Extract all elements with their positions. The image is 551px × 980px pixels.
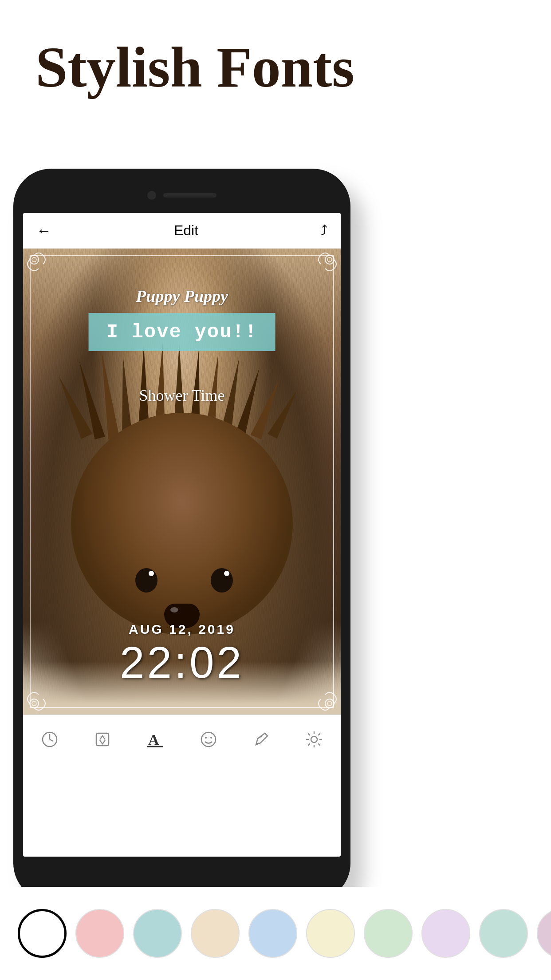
share-button[interactable]: ⤴ bbox=[321, 223, 327, 238]
puppy-puppy-text: Puppy Puppy bbox=[136, 286, 228, 306]
color-swatch-peach[interactable] bbox=[191, 909, 240, 958]
color-swatch-light-teal[interactable] bbox=[479, 909, 528, 958]
dog-eye-left bbox=[135, 568, 157, 593]
svg-point-3 bbox=[327, 257, 332, 262]
dog-eye-right bbox=[211, 568, 233, 593]
phone-body: ← Edit ⤴ bbox=[13, 169, 350, 901]
title-area: Stylish Fonts bbox=[0, 0, 551, 126]
page-title: Stylish Fonts bbox=[35, 36, 516, 99]
color-swatch-light-green[interactable] bbox=[364, 909, 413, 958]
clock-icon-btn[interactable] bbox=[32, 722, 67, 757]
time-text: 22:02 bbox=[120, 637, 244, 688]
screen-title: Edit bbox=[174, 222, 198, 239]
color-swatch-lavender[interactable] bbox=[421, 909, 470, 958]
svg-point-4 bbox=[30, 699, 39, 708]
corner-ornament-tr bbox=[307, 251, 338, 282]
phone-camera bbox=[147, 191, 156, 200]
color-swatch-sky-blue[interactable] bbox=[248, 909, 297, 958]
smiley-icon-btn[interactable] bbox=[191, 722, 226, 757]
phone-speaker bbox=[147, 191, 216, 200]
color-swatch-light-blue[interactable] bbox=[133, 909, 182, 958]
image-area: Puppy Puppy I love you!! Shower Time bbox=[23, 249, 341, 715]
phone-screen: ← Edit ⤴ bbox=[23, 213, 341, 857]
svg-point-0 bbox=[30, 255, 39, 264]
eye-shine-right bbox=[224, 571, 229, 576]
top-bar: ← Edit ⤴ bbox=[23, 213, 341, 249]
color-swatch-cream[interactable] bbox=[306, 909, 355, 958]
phone-speaker-bar bbox=[163, 193, 216, 198]
svg-point-19 bbox=[311, 736, 317, 743]
color-swatch-black-white[interactable] bbox=[18, 909, 67, 958]
svg-point-5 bbox=[32, 701, 36, 706]
svg-point-16 bbox=[210, 737, 212, 739]
bottom-toolbar: A bbox=[23, 715, 341, 763]
date-text: AUG 12, 2019 bbox=[129, 622, 235, 637]
shower-time-text: Shower Time bbox=[139, 386, 224, 405]
corner-ornament-bl bbox=[25, 681, 56, 712]
svg-point-14 bbox=[201, 732, 216, 747]
color-picker-row bbox=[0, 887, 551, 980]
corner-ornament-br bbox=[307, 681, 338, 712]
love-text-box[interactable]: I love you!! bbox=[89, 313, 276, 351]
sparkle-icon-btn[interactable] bbox=[85, 722, 120, 757]
svg-text:A: A bbox=[148, 731, 159, 748]
pencil-icon-btn[interactable] bbox=[244, 722, 279, 757]
svg-line-10 bbox=[50, 739, 53, 741]
svg-point-2 bbox=[325, 255, 334, 264]
svg-point-1 bbox=[32, 257, 36, 262]
gear-icon-btn[interactable] bbox=[296, 722, 332, 757]
svg-point-15 bbox=[205, 737, 207, 739]
back-button[interactable]: ← bbox=[36, 222, 51, 239]
color-swatch-pink[interactable] bbox=[75, 909, 124, 958]
love-text: I love you!! bbox=[106, 321, 258, 343]
phone-mockup: ← Edit ⤴ bbox=[13, 169, 377, 945]
svg-point-6 bbox=[325, 699, 334, 708]
text-a-icon-btn[interactable]: A bbox=[138, 722, 173, 757]
corner-ornament-tl bbox=[25, 251, 56, 282]
eye-shine-left bbox=[149, 571, 154, 576]
svg-point-7 bbox=[327, 701, 332, 706]
color-swatch-mauve[interactable] bbox=[537, 909, 551, 958]
